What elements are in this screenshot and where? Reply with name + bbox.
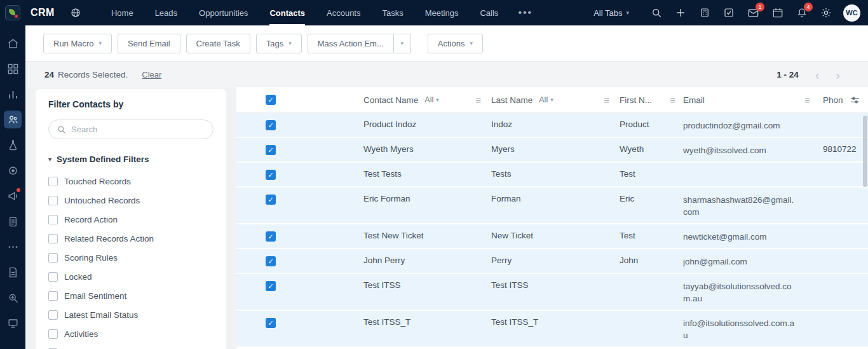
table-row[interactable]: ✓ Eric Forman Forman Eric sharmashashwat… [236, 188, 868, 224]
crm-module-icon[interactable] [4, 111, 22, 128]
checkbox-unchecked[interactable] [48, 253, 58, 263]
filter-item[interactable]: Scoring Rules [48, 248, 214, 267]
topnav-item-home[interactable]: Home [111, 0, 133, 25]
mass-action-button[interactable]: Mass Action Em... [308, 34, 394, 53]
mail-icon[interactable]: 1 [747, 7, 759, 19]
row-checkbox[interactable]: ✓ [266, 145, 276, 155]
column-menu-icon[interactable]: ≡ [475, 95, 481, 106]
table-row[interactable]: ✓ Test Tests Tests Test [236, 163, 868, 188]
home-icon[interactable] [4, 34, 22, 52]
column-settings-icon[interactable] [850, 95, 860, 106]
column-menu-icon[interactable]: ≡ [804, 95, 810, 106]
row-checkbox[interactable]: ✓ [266, 231, 276, 242]
brand-title: CRM [31, 7, 55, 18]
row-checkbox[interactable]: ✓ [266, 318, 276, 328]
row-checkbox[interactable]: ✓ [266, 195, 276, 205]
filter-item[interactable]: Record Action [48, 210, 214, 229]
send-email-button[interactable]: Send Email [118, 34, 180, 53]
topnav-item-tasks[interactable]: Tasks [382, 0, 403, 25]
target-icon[interactable] [4, 161, 22, 179]
table-row[interactable]: ✓ Test ITSS Test ITSS tayyab@itsolutions… [236, 274, 868, 311]
checkbox-unchecked[interactable] [48, 177, 58, 186]
checkbox-unchecked[interactable] [48, 196, 58, 205]
table-row[interactable]: ✓ Product Indoz Indoz Product productind… [236, 113, 868, 138]
checkbox-unchecked[interactable] [48, 329, 58, 339]
document-icon[interactable] [4, 263, 22, 281]
topnav-more-icon[interactable]: ••• [518, 7, 532, 18]
filter-item[interactable]: Campaigns [48, 343, 214, 349]
zoom-search-icon[interactable] [4, 289, 22, 306]
more-modules-icon[interactable] [4, 238, 22, 256]
tasks-check-icon[interactable] [723, 7, 735, 18]
actions-button[interactable]: Actions ▾ [428, 34, 483, 53]
topnav-item-accounts[interactable]: Accounts [327, 0, 360, 25]
monitor-icon[interactable] [4, 314, 22, 332]
globe-icon[interactable] [70, 7, 81, 18]
checkbox-unchecked[interactable] [48, 291, 58, 301]
app-logo[interactable] [5, 5, 20, 20]
filter-item[interactable]: Touched Records [48, 172, 214, 191]
table-row[interactable]: ✓ Test ITSS_T Test ITSS_T info@itsolutio… [236, 311, 868, 348]
topnav-item-meetings[interactable]: Meetings [425, 0, 459, 25]
modules-grid-icon[interactable] [4, 60, 22, 78]
user-avatar[interactable]: WC [843, 4, 860, 22]
chevron-left-icon[interactable]: ‹ [815, 69, 820, 81]
checkbox-unchecked[interactable] [48, 310, 58, 320]
column-last-name[interactable]: Last Name All ▾ ≡ [491, 95, 620, 106]
pos-icon[interactable] [699, 7, 710, 18]
column-menu-icon[interactable]: ≡ [604, 95, 609, 106]
table-row[interactable]: ✓ Wyeth Myers Myers Wyeth wyeth@itssolve… [236, 138, 868, 163]
filter-search-input[interactable] [71, 125, 205, 134]
system-defined-filters-header[interactable]: ▾ System Defined Filters [48, 154, 214, 164]
filter-item[interactable]: Related Records Action [48, 229, 214, 248]
cell-contact-name: Test Tests [363, 163, 491, 184]
row-checkbox[interactable]: ✓ [266, 281, 276, 291]
topnav-item-calls[interactable]: Calls [480, 0, 498, 25]
scrollbar-thumb[interactable] [863, 116, 867, 187]
checkbox-unchecked[interactable] [48, 215, 58, 224]
megaphone-icon[interactable] [4, 187, 22, 205]
table-scrollbar[interactable] [862, 113, 868, 349]
analytics-icon[interactable] [4, 85, 22, 103]
table-row[interactable]: ✓ John Perry Perry John john@gmail.com [236, 249, 868, 274]
cell-last-name: Test ITSS [491, 274, 620, 295]
topnav-item-opportunities[interactable]: Opportunities [199, 0, 248, 25]
row-checkbox[interactable]: ✓ [266, 120, 276, 130]
filter-item[interactable]: Locked [48, 267, 214, 286]
column-filter-dropdown[interactable]: All ▾ [539, 95, 553, 104]
cell-email: productindoz@gmail.com [683, 113, 823, 137]
flask-icon[interactable] [4, 136, 22, 154]
row-checkbox[interactable]: ✓ [266, 256, 276, 266]
row-checkbox[interactable]: ✓ [266, 170, 276, 180]
tags-button[interactable]: Tags ▾ [256, 34, 302, 53]
column-contact-name[interactable]: Contact Name All ▾ ≡ [363, 95, 491, 106]
column-filter-dropdown[interactable]: All ▾ [424, 95, 438, 104]
checkbox-unchecked[interactable] [48, 272, 58, 282]
topnav-item-contacts[interactable]: Contacts [269, 0, 305, 25]
clipboard-icon[interactable] [4, 212, 22, 230]
mass-action-dropdown-button[interactable]: ▾ [394, 34, 411, 53]
search-icon[interactable] [651, 7, 662, 18]
quick-create-icon[interactable] [675, 7, 686, 18]
column-first-name[interactable]: First N... ≡ [620, 95, 683, 106]
filter-item[interactable]: Email Sentiment [48, 286, 214, 305]
select-all-checkbox[interactable]: ✓ [266, 95, 276, 105]
gear-icon[interactable] [820, 7, 832, 18]
filter-item[interactable]: Latest Email Status [48, 305, 214, 324]
topnav-item-leads[interactable]: Leads [155, 0, 177, 25]
filter-item[interactable]: Untouched Records [48, 191, 214, 210]
checkbox-unchecked[interactable] [48, 234, 58, 243]
all-tabs-dropdown[interactable]: All Tabs ▾ [593, 8, 629, 18]
run-macro-button[interactable]: Run Macro ▾ [43, 34, 112, 53]
clear-selection-link[interactable]: Clear [142, 70, 161, 79]
column-menu-icon[interactable]: ≡ [670, 95, 675, 106]
create-task-button[interactable]: Create Task [186, 34, 250, 53]
calendar-icon[interactable] [772, 7, 783, 18]
chevron-right-icon[interactable]: › [836, 69, 840, 81]
table-row[interactable]: ✓ Test New Ticket New Ticket Test newtic… [236, 224, 868, 249]
filter-search[interactable] [48, 120, 214, 139]
column-email[interactable]: Email ≡ [683, 95, 823, 106]
filter-item[interactable]: Activities [48, 324, 214, 343]
column-phone[interactable]: Phon [823, 95, 868, 106]
bell-icon[interactable]: 4 [796, 7, 808, 18]
